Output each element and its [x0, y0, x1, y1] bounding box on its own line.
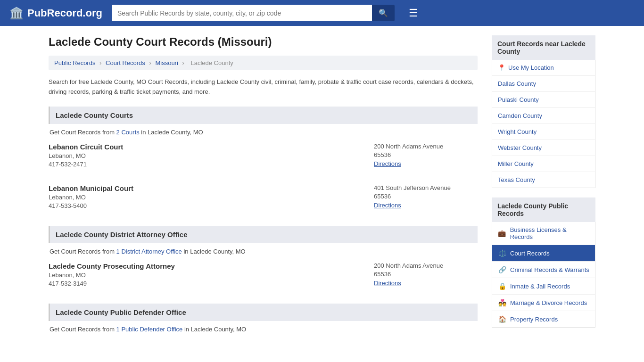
sidebar-public-records-title: Laclede County Public Records: [492, 197, 595, 222]
directions-link[interactable]: Directions: [374, 160, 401, 167]
sidebar-item-property-records[interactable]: 🏠 Property Records: [492, 311, 595, 327]
da-link[interactable]: 1 District Attorney Office: [116, 248, 182, 255]
record-phone: 417-532-2471: [49, 161, 123, 168]
sidebar-item-marriage-records[interactable]: 💑 Marriage & Divorce Records: [492, 295, 595, 311]
record-city: Lebanon, MO: [49, 272, 175, 279]
sidebar-item-business-licenses[interactable]: 💼 Business Licenses & Records: [492, 222, 595, 245]
search-button[interactable]: 🔍: [372, 5, 395, 21]
sidebar: Court Records near Laclede County 📍 Use …: [492, 35, 595, 340]
logo-icon: 🏛️: [9, 7, 24, 20]
menu-icon[interactable]: ☰: [409, 7, 418, 19]
sidebar-records-list: 💼 Business Licenses & Records ⚖️ Court R…: [492, 222, 595, 328]
record-phone: 417-533-5400: [49, 202, 133, 209]
sidebar-item-use-location[interactable]: 📍 Use My Location: [492, 60, 595, 76]
breadcrumb-court-records[interactable]: Court Records: [106, 59, 145, 66]
da-sub-text: Get Court Records from 1 District Attorn…: [49, 248, 478, 255]
breadcrumb-public-records[interactable]: Public Records: [54, 59, 95, 66]
breadcrumb-missouri[interactable]: Missouri: [155, 59, 178, 66]
content-area: Laclede County Court Records (Missouri) …: [49, 35, 478, 340]
courts-section: Laclede County Courts Get Court Records …: [49, 107, 478, 214]
record-address: 200 North Adams Avenue: [374, 143, 478, 150]
record-city: Lebanon, MO: [49, 152, 123, 159]
directions-link[interactable]: Directions: [374, 280, 401, 287]
table-row: Lebanon Circuit Court Lebanon, MO 417-53…: [49, 143, 478, 173]
sidebar-item-texas[interactable]: Texas County: [492, 172, 595, 188]
directions-link[interactable]: Directions: [374, 202, 401, 209]
record-phone: 417-532-3149: [49, 280, 175, 287]
header: 🏛️ PubRecord.org 🔍 ☰: [0, 0, 644, 26]
house-icon: 🏠: [498, 315, 506, 323]
table-row: Lebanon Municipal Court Lebanon, MO 417-…: [49, 184, 478, 214]
link-icon: 🔗: [498, 266, 506, 273]
sidebar-item-inmate-records[interactable]: 🔒 Inmate & Jail Records: [492, 278, 595, 295]
pd-section-header: Laclede County Public Defender Office: [49, 304, 478, 321]
sidebar-item-criminal-records[interactable]: 🔗 Criminal Records & Warrants: [492, 262, 595, 278]
courts-link[interactable]: 2 Courts: [116, 129, 140, 136]
courts-sub-text: Get Court Records from 2 Courts in Lacle…: [49, 129, 478, 136]
record-name: Lebanon Municipal Court: [49, 184, 133, 192]
scales-icon: ⚖️: [498, 249, 506, 257]
record-city: Lebanon, MO: [49, 194, 133, 201]
public-defender-section: Laclede County Public Defender Office Ge…: [49, 304, 478, 333]
pd-sub-text: Get Court Records from 1 Public Defender…: [49, 326, 478, 333]
record-zip: 65536: [374, 271, 478, 278]
page-title: Laclede County Court Records (Missouri): [49, 35, 478, 49]
main-container: Laclede County Court Records (Missouri) …: [39, 26, 605, 349]
sidebar-item-wright[interactable]: Wright County: [492, 124, 595, 140]
use-location-label: Use My Location: [508, 64, 554, 71]
record-name: Laclede County Prosecuting Attorney: [49, 262, 175, 270]
table-row: Laclede County Prosecuting Attorney Leba…: [49, 262, 478, 292]
search-input[interactable]: [112, 5, 372, 21]
record-address: 401 South Jefferson Avenue: [374, 184, 478, 191]
sidebar-item-miller[interactable]: Miller County: [492, 156, 595, 172]
lock-icon: 🔒: [498, 282, 506, 290]
location-icon: 📍: [498, 64, 505, 71]
briefcase-icon: 💼: [498, 230, 506, 237]
courts-section-header: Laclede County Courts: [49, 107, 478, 124]
sidebar-nearby-title: Court Records near Laclede County: [492, 35, 595, 60]
rings-icon: 💑: [498, 299, 506, 306]
sidebar-item-dallas[interactable]: Dallas County: [492, 76, 595, 92]
breadcrumb: Public Records › Court Records › Missour…: [49, 56, 478, 70]
district-attorney-section: Laclede County District Attorney Office …: [49, 226, 478, 292]
breadcrumb-county: Laclede County: [190, 59, 233, 66]
pd-link[interactable]: 1 Public Defender Office: [116, 326, 183, 333]
search-bar: 🔍: [112, 5, 395, 21]
record-zip: 65536: [374, 151, 478, 158]
sidebar-item-pulaski[interactable]: Pulaski County: [492, 92, 595, 108]
sidebar-item-court-records[interactable]: ⚖️ Court Records: [492, 245, 595, 262]
sidebar-item-camden[interactable]: Camden County: [492, 108, 595, 124]
record-address: 200 North Adams Avenue: [374, 262, 478, 269]
record-zip: 65536: [374, 193, 478, 200]
da-section-header: Laclede County District Attorney Office: [49, 226, 478, 243]
sidebar-nearby-list: 📍 Use My Location Dallas County Pulaski …: [492, 60, 595, 188]
sidebar-item-webster[interactable]: Webster County: [492, 140, 595, 156]
logo[interactable]: 🏛️ PubRecord.org: [9, 7, 102, 20]
page-description: Search for free Laclede County, MO Court…: [49, 77, 478, 97]
logo-text: PubRecord.org: [27, 7, 102, 19]
record-name: Lebanon Circuit Court: [49, 143, 123, 151]
